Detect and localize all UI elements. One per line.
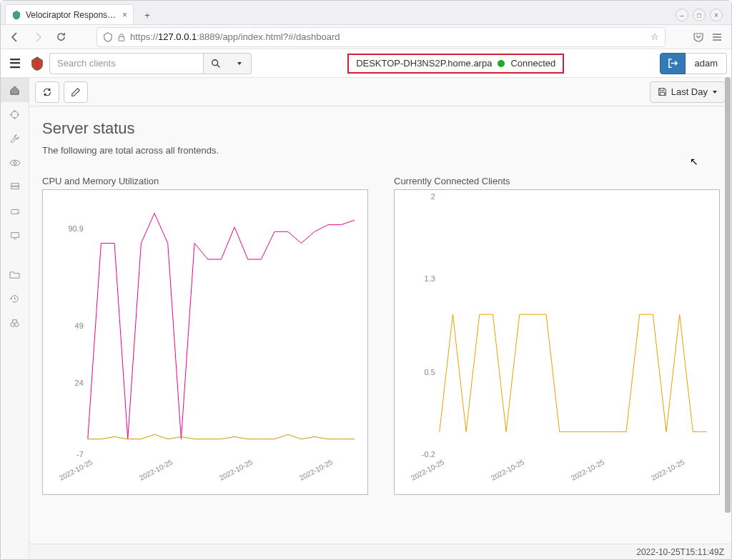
search-dropdown-button[interactable] — [227, 53, 252, 74]
save-icon — [658, 87, 667, 96]
svg-text:49: 49 — [75, 321, 84, 330]
logout-button[interactable] — [660, 53, 686, 74]
menu-icon[interactable] — [711, 31, 723, 43]
chart-canvas[interactable]: -0.20.51.322022-10-252022-10-252022-10-2… — [395, 190, 719, 494]
sidebar-home[interactable] — [1, 78, 29, 102]
home-icon — [9, 85, 20, 96]
status-dot-icon — [498, 60, 505, 67]
pocket-icon[interactable] — [693, 31, 704, 43]
close-tab-icon[interactable]: × — [122, 10, 127, 20]
close-window-button[interactable]: × — [710, 9, 723, 21]
reload-button[interactable] — [52, 29, 69, 46]
pencil-icon — [71, 87, 81, 97]
logout-icon — [668, 58, 678, 69]
sidebar-target[interactable] — [1, 102, 29, 126]
maximize-button[interactable]: □ — [693, 9, 706, 21]
status-bar: 2022-10-25T15:11:49Z — [29, 544, 731, 559]
folder-icon — [9, 270, 20, 279]
dashboard-toolbar: Last Day — [29, 78, 731, 106]
svg-text:2022-10-25: 2022-10-25 — [490, 458, 525, 482]
svg-text:1.3: 1.3 — [425, 274, 435, 283]
svg-rect-4 — [11, 184, 19, 186]
username-label[interactable]: adam — [686, 53, 727, 74]
caret-down-icon — [237, 61, 242, 66]
svg-text:2022-10-25: 2022-10-25 — [650, 458, 686, 482]
client-host-badge[interactable]: DESKTOP-DH3NS2P.home.arpa Connected — [347, 54, 564, 74]
app-logo-icon — [29, 56, 45, 71]
wrench-icon — [9, 134, 20, 144]
eye-icon — [9, 159, 21, 167]
refresh-button[interactable] — [35, 81, 59, 103]
page-title: Server status — [42, 119, 720, 138]
sidebar-folder[interactable] — [1, 262, 29, 286]
back-button[interactable] — [6, 29, 24, 46]
url-input[interactable]: https://127.0.0.1:8889/app/index.html?#/… — [97, 27, 666, 47]
user-menu: adam — [660, 53, 727, 74]
browser-tab[interactable]: Velociraptor Response an × — [5, 4, 134, 24]
svg-point-10 — [15, 322, 19, 326]
binoculars-icon — [9, 318, 20, 329]
velociraptor-icon — [11, 10, 21, 20]
forward-button[interactable] — [29, 29, 46, 46]
svg-text:-7: -7 — [76, 450, 84, 459]
arrow-right-icon — [32, 31, 44, 43]
arrow-left-icon — [9, 31, 21, 43]
svg-point-3 — [14, 161, 16, 164]
svg-text:2022-10-25: 2022-10-25 — [218, 458, 254, 482]
svg-point-2 — [11, 111, 18, 117]
svg-rect-8 — [11, 233, 19, 238]
sidebar-server[interactable] — [1, 175, 29, 199]
sidebar-tools[interactable] — [1, 126, 29, 151]
minimize-button[interactable]: – — [676, 9, 688, 21]
bookmark-star-icon[interactable]: ☆ — [651, 31, 659, 42]
url-text: https://127.0.0.1:8889/app/index.html?#/… — [130, 31, 646, 42]
tracking-shield-icon — [103, 32, 113, 42]
client-search-group — [49, 53, 252, 74]
caret-down-icon — [712, 89, 718, 95]
hdd-icon — [10, 206, 20, 216]
new-tab-button[interactable]: + — [138, 6, 157, 24]
time-range-label: Last Day — [671, 86, 708, 97]
svg-text:-0.2: -0.2 — [422, 450, 435, 459]
chart-title: CPU and Memory Utilization — [42, 176, 368, 186]
svg-text:2022-10-25: 2022-10-25 — [138, 458, 174, 482]
sidebar-history[interactable] — [1, 286, 29, 311]
svg-rect-5 — [11, 186, 19, 189]
status-timestamp: 2022-10-25T15:11:49Z — [636, 547, 724, 557]
svg-text:2: 2 — [431, 192, 435, 201]
app-top-bar: ☰ DESKTOP-DH3NS2P.home.arpa Connected ad… — [1, 49, 731, 78]
sidebar-monitor[interactable] — [1, 224, 29, 248]
svg-text:0.5: 0.5 — [425, 368, 435, 376]
svg-text:2022-10-25: 2022-10-25 — [298, 458, 334, 482]
reload-icon — [56, 31, 66, 42]
svg-rect-0 — [119, 36, 124, 41]
chart-canvas[interactable]: -7244990.92022-10-252022-10-252022-10-25… — [43, 190, 367, 494]
monitor-icon — [10, 231, 20, 241]
svg-point-7 — [16, 212, 17, 213]
search-button[interactable] — [203, 53, 227, 74]
sidebar-view[interactable] — [1, 151, 29, 175]
svg-text:2022-10-25: 2022-10-25 — [570, 458, 605, 482]
scrollbar[interactable] — [725, 77, 731, 513]
dashboard-body: Server status The following are total ac… — [29, 106, 731, 544]
refresh-icon — [42, 87, 52, 97]
connection-status: Connected — [510, 58, 555, 69]
server-icon — [10, 182, 20, 192]
sidebar-search[interactable] — [1, 311, 29, 335]
svg-point-9 — [11, 322, 15, 326]
svg-text:2022-10-25: 2022-10-25 — [58, 458, 94, 482]
svg-point-1 — [212, 59, 217, 65]
browser-address-bar: https://127.0.0.1:8889/app/index.html?#/… — [1, 25, 731, 49]
host-name: DESKTOP-DH3NS2P.home.arpa — [356, 58, 492, 69]
window-controls: – □ × — [671, 6, 727, 24]
edit-button[interactable] — [64, 81, 88, 103]
chart-connected-clients: Currently Connected Clients -0.20.51.322… — [394, 176, 720, 495]
tab-title: Velociraptor Response an — [26, 10, 118, 20]
svg-text:2022-10-25: 2022-10-25 — [410, 458, 445, 482]
lock-icon — [117, 32, 126, 42]
sidebar-toggle-button[interactable]: ☰ — [5, 54, 25, 74]
search-input[interactable] — [49, 53, 203, 74]
sidebar-drive[interactable] — [1, 199, 29, 224]
browser-tab-bar: Velociraptor Response an × + – □ × — [1, 1, 731, 25]
time-range-selector[interactable]: Last Day — [650, 81, 726, 103]
